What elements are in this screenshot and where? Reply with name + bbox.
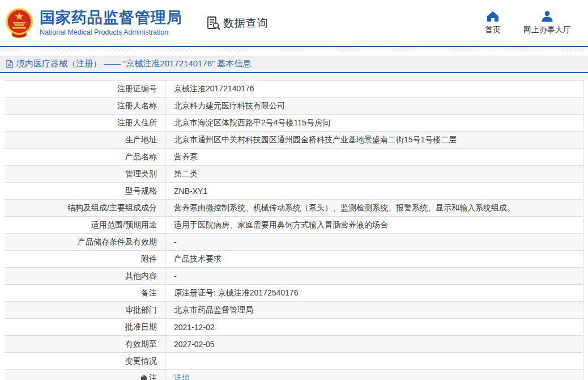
table-row: 产品储存条件及有效期 - xyxy=(5,234,583,251)
row-label: 其他内容 xyxy=(5,268,165,284)
row-label-text: 适用范围/预期用途 xyxy=(91,220,157,230)
data-query-icon xyxy=(206,16,221,31)
row-value: 营养泵 xyxy=(165,149,583,165)
table-row: 其他内容 - xyxy=(5,268,583,285)
row-label-text: 注册人住所 xyxy=(117,118,157,128)
table-row: 产品名称 营养泵 xyxy=(5,149,583,166)
row-value: 京械注准20172140176 xyxy=(165,81,583,97)
document-icon xyxy=(6,60,14,69)
table-row: 注 详情 xyxy=(5,370,583,380)
table-row: 结构及组成/主要组成成分 营养泵由微控制系统、机械传动系统（泵头）、监测检测系统… xyxy=(5,200,583,217)
row-label: 生产地址 xyxy=(5,132,165,148)
brand-home-link[interactable]: 国家药品监督管理局 National Medical Products Admi… xyxy=(5,7,182,39)
row-label-text: 注册证编号 xyxy=(117,84,157,94)
row-label-text: 产品储存条件及有效期 xyxy=(78,237,157,247)
row-value: 第二类 xyxy=(165,166,583,182)
home-icon xyxy=(487,11,499,22)
table-row: 生产地址 北京市通州区中关村科技园区通州园金桥科技产业基地景盛南二街15号1号楼… xyxy=(5,132,583,149)
row-label-text: 注 xyxy=(149,373,157,380)
note-icon xyxy=(140,375,147,380)
row-label-text: 管理类别 xyxy=(125,169,157,179)
table-row: 注册证编号 京械注准20172140176 xyxy=(5,81,583,98)
row-value: 2027-02-05 xyxy=(165,336,583,352)
row-label-text: 结构及组成/主要组成成分 xyxy=(67,203,157,213)
row-label-text: 变更情况 xyxy=(125,356,157,366)
row-label: 注 xyxy=(5,370,165,380)
row-label: 审批部门 xyxy=(5,302,165,318)
table-row: 附件 产品技术要求 xyxy=(5,251,583,268)
row-label-text: 批准日期 xyxy=(125,322,157,332)
row-label: 有效期至 xyxy=(5,336,165,352)
row-label-text: 注册人名称 xyxy=(117,101,157,111)
nav-service-hall-label: 网上办事大厅 xyxy=(523,25,571,35)
data-query-section[interactable]: 数据查询 xyxy=(206,16,269,31)
row-label: 注册人住所 xyxy=(5,115,165,131)
table-row: 备注 原注册证号: 京械注准20172540176 xyxy=(5,285,583,302)
row-label: 型号规格 xyxy=(5,183,165,199)
row-label-text: 型号规格 xyxy=(125,186,157,196)
row-label-text: 有效期至 xyxy=(125,339,157,349)
row-label: 管理类别 xyxy=(5,166,165,182)
user-icon xyxy=(541,11,553,22)
table-row: 注册人住所 北京市海淀区体院西路甲2号4号楼115号房间 xyxy=(5,115,583,132)
row-value: 北京科力建元医疗科技有限公司 xyxy=(165,98,583,114)
site-subtitle: National Medical Products Administration xyxy=(40,28,182,36)
info-table: 注册证编号 京械注准20172140176 注册人名称 北京科力建元医疗科技有限… xyxy=(5,80,583,380)
table-row: 型号规格 ZNB-XY1 xyxy=(5,183,583,200)
row-label: 变更情况 xyxy=(5,353,165,369)
row-label-text: 产品名称 xyxy=(125,152,157,162)
row-value: 营养泵由微控制系统、机械传动系统（泵头）、监测检测系统、报警系统、显示和输入系统… xyxy=(165,200,583,216)
row-label-text: 其他内容 xyxy=(125,271,157,281)
page-title: 境内医疗器械（注册） —— “京械注准20172140176” 基本信息 xyxy=(16,58,251,69)
row-label: 结构及组成/主要组成成分 xyxy=(5,200,165,216)
row-label-text: 审批部门 xyxy=(125,305,157,315)
row-label-text: 备注 xyxy=(141,288,157,298)
table-row: 变更情况 xyxy=(5,353,583,370)
nav-service-hall[interactable]: 网上办事大厅 xyxy=(523,11,571,35)
table-row: 管理类别 第二类 xyxy=(5,166,583,183)
national-emblem-logo xyxy=(5,7,34,39)
row-value: 2021-12-02 xyxy=(165,319,583,335)
row-value: 北京市通州区中关村科技园区通州园金桥科技产业基地景盛南二街15号1号楼二层 xyxy=(165,132,583,148)
site-header: 国家药品监督管理局 National Medical Products Admi… xyxy=(0,0,588,46)
nav-home[interactable]: 首页 xyxy=(485,11,501,35)
row-label-text: 附件 xyxy=(141,254,157,264)
table-row: 批准日期 2021-12-02 xyxy=(5,319,583,336)
table-row: 适用范围/预期用途 适用于医院病房、家庭需要用鼻饲方式输入胃肠营养液的场合 xyxy=(5,217,583,234)
row-label: 注册证编号 xyxy=(5,81,165,97)
main-nav: 首页 网上办事大厅 xyxy=(485,11,571,35)
row-value: 北京市海淀区体院西路甲2号4号楼115号房间 xyxy=(165,115,583,131)
nav-home-label: 首页 xyxy=(485,25,501,35)
table-row: 有效期至 2027-02-05 xyxy=(5,336,583,353)
breadcrumb: 境内医疗器械（注册） —— “京械注准20172140176” 基本信息 xyxy=(0,56,588,73)
row-label: 产品名称 xyxy=(5,149,165,165)
row-value: 产品技术要求 xyxy=(165,251,583,267)
table-row: 注册人名称 北京科力建元医疗科技有限公司 xyxy=(5,98,583,115)
row-label-text: 生产地址 xyxy=(125,135,157,145)
row-label: 备注 xyxy=(5,285,165,301)
detail-link[interactable]: 详情 xyxy=(165,370,583,380)
site-title: 国家药品监督管理局 xyxy=(40,10,182,27)
row-value: 北京市药品监督管理局 xyxy=(165,302,583,318)
row-label: 批准日期 xyxy=(5,319,165,335)
table-row: 审批部门 北京市药品监督管理局 xyxy=(5,302,583,319)
row-value: - xyxy=(165,268,583,284)
row-label: 适用范围/预期用途 xyxy=(5,217,165,233)
row-value xyxy=(165,353,583,369)
row-value: ZNB-XY1 xyxy=(165,183,583,199)
row-value: 适用于医院病房、家庭需要用鼻饲方式输入胃肠营养液的场合 xyxy=(165,217,583,233)
hatch-band xyxy=(0,47,588,51)
row-value: 原注册证号: 京械注准20172540176 xyxy=(165,285,583,301)
data-query-label: 数据查询 xyxy=(223,16,269,31)
row-value: - xyxy=(165,234,583,250)
row-label: 附件 xyxy=(5,251,165,267)
row-label: 注册人名称 xyxy=(5,98,165,114)
row-label: 产品储存条件及有效期 xyxy=(5,234,165,250)
